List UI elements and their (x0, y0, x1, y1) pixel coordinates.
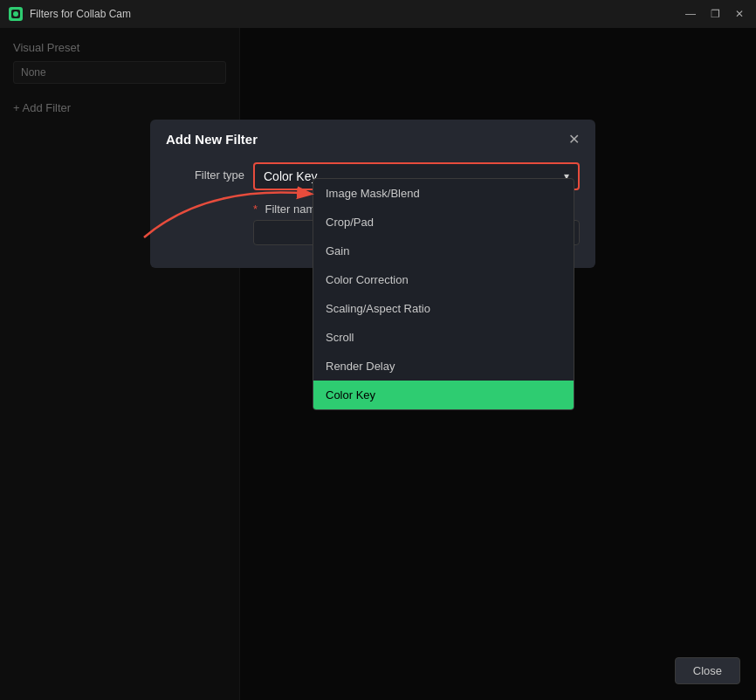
dropdown-item-scroll[interactable]: Scroll (313, 323, 574, 352)
dropdown-item-color-key[interactable]: Color Key (313, 381, 574, 409)
modal-title: Add New Filter (166, 132, 258, 147)
app-container: Visual Preset None + Add Filter Add New … (0, 28, 756, 700)
modal-close-button[interactable]: ✕ (568, 133, 580, 147)
maximize-button[interactable]: ❐ (707, 8, 723, 20)
filter-type-label: Filter type (166, 162, 244, 182)
dropdown-item-gain[interactable]: Gain (313, 237, 574, 265)
dropdown-item-scaling[interactable]: Scaling/Aspect Ratio (313, 294, 574, 323)
app-icon (9, 7, 23, 21)
dropdown-item-color-correction[interactable]: Color Correction (313, 265, 574, 294)
window-controls: — ❐ ✕ (683, 8, 747, 20)
close-window-button[interactable]: ✕ (732, 8, 747, 20)
dropdown-item-render-delay[interactable]: Render Delay (313, 352, 574, 381)
bottom-close-button[interactable]: Close (675, 657, 740, 684)
filter-name-spacer (166, 201, 244, 207)
modal-header: Add New Filter ✕ (150, 120, 595, 157)
window-title: Filters for Collab Cam (30, 8, 131, 20)
filter-type-dropdown-list: Image Mask/Blend Crop/Pad Gain Color Cor… (313, 178, 574, 410)
minimize-button[interactable]: — (683, 8, 698, 20)
title-bar: Filters for Collab Cam — ❐ ✕ (0, 0, 756, 28)
svg-point-1 (13, 11, 18, 17)
required-indicator: * (253, 202, 258, 216)
dropdown-item-image-mask[interactable]: Image Mask/Blend (313, 179, 574, 208)
filter-type-value: Color Key (264, 169, 317, 183)
dropdown-item-crop-pad[interactable]: Crop/Pad (313, 208, 574, 237)
